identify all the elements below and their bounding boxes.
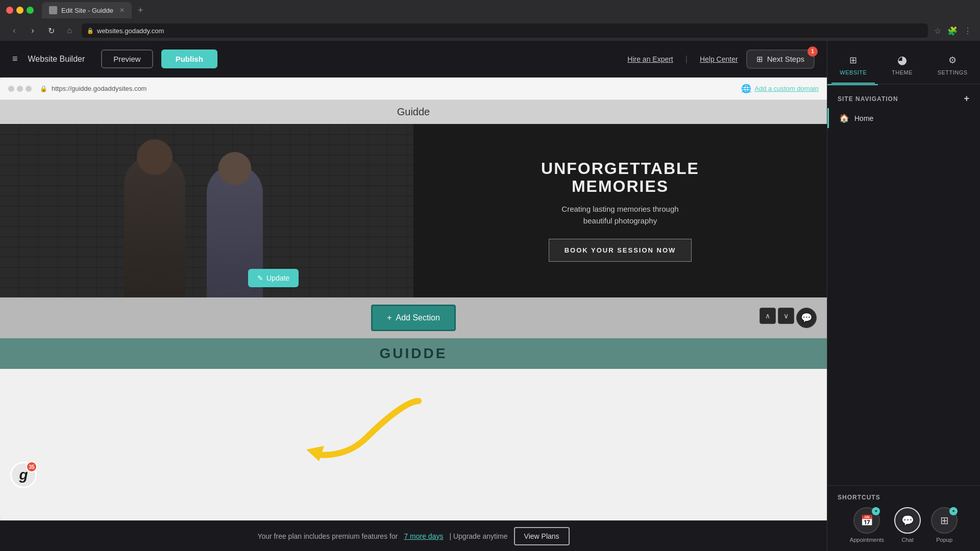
section-chat-button[interactable]: 💬 xyxy=(796,308,817,328)
hero-section[interactable]: UNFORGETTABLE MEMORIES Creating lasting … xyxy=(0,124,827,297)
forward-button[interactable]: › xyxy=(27,26,39,35)
site-title-text: Guidde xyxy=(397,106,430,117)
publish-button[interactable]: Publish xyxy=(161,49,217,68)
g-badge[interactable]: g 35 xyxy=(10,462,41,492)
help-center-link[interactable]: Help Center xyxy=(700,55,738,63)
hero-subtitle: Creating lasting memories throughbeautif… xyxy=(561,204,678,227)
back-button[interactable]: ‹ xyxy=(8,26,20,35)
new-tab-button[interactable]: + xyxy=(138,5,143,16)
chat-icon-circle: 💬 xyxy=(894,507,921,534)
appointments-icon-circle: 📅 + xyxy=(853,507,880,534)
panel-theme-tab[interactable]: ◕ THEME xyxy=(884,49,921,80)
tab-favicon xyxy=(49,6,57,14)
banner-text: Your free plan includes premium features… xyxy=(257,532,398,540)
bottom-banner: Your free plan includes premium features… xyxy=(0,520,827,551)
close-button[interactable] xyxy=(6,7,13,14)
hamburger-menu-icon[interactable]: ≡ xyxy=(12,54,18,64)
next-steps-badge: 1 xyxy=(807,46,818,57)
website-tab-label: WEBSITE xyxy=(840,69,867,76)
top-toolbar: ≡ Website Builder Preview Publish Hire a… xyxy=(0,41,827,78)
theme-tab-label: THEME xyxy=(892,69,913,76)
home-nav-icon: 🏠 xyxy=(839,113,849,123)
home-button[interactable]: ⌂ xyxy=(63,26,76,35)
next-steps-button[interactable]: ⊞ Next Steps 1 xyxy=(746,49,815,69)
globe-icon: 🌐 xyxy=(741,84,751,93)
maximize-button[interactable] xyxy=(27,7,34,14)
hero-photo xyxy=(0,124,413,297)
browser-chrome: Edit Site - Guidde ✕ + ‹ › ↻ ⌂ 🔒 website… xyxy=(0,0,980,41)
person-1-silhouette xyxy=(124,155,185,297)
mini-tl-1 xyxy=(8,86,14,92)
theme-icon: ◕ xyxy=(895,53,910,67)
add-section-button[interactable]: + Add Section xyxy=(371,305,456,331)
chat-icon: 💬 xyxy=(901,514,914,527)
site-nav-label: SITE NAVIGATION xyxy=(838,95,898,103)
active-tab[interactable]: Edit Site - Guidde ✕ xyxy=(42,2,132,18)
panel-settings-tab[interactable]: ⚙ SETTINGS xyxy=(929,49,976,80)
hero-content: UNFORGETTABLE MEMORIES Creating lasting … xyxy=(413,124,827,297)
hero-cta-button[interactable]: BOOK YOUR SESSION NOW xyxy=(549,239,692,262)
app-container: ≡ Website Builder Preview Publish Hire a… xyxy=(0,41,980,551)
extensions-icon[interactable]: 🧩 xyxy=(947,26,958,36)
section-down-button[interactable]: ∨ xyxy=(778,308,794,324)
reload-button[interactable]: ↻ xyxy=(45,26,57,36)
update-icon: ✎ xyxy=(257,274,263,282)
section-controls: ∧ ∨ 💬 xyxy=(760,308,817,328)
mini-tl-2 xyxy=(17,86,23,92)
browser-actions: ☆ 🧩 ⋮ xyxy=(934,26,972,36)
preview-browser-bar: 🔒 https://guidde.godaddysites.com 🌐 Add … xyxy=(0,78,827,100)
appointments-badge: + xyxy=(872,507,880,515)
next-steps-label: Next Steps xyxy=(767,55,804,63)
mini-tl-3 xyxy=(26,86,32,92)
site-title-bar: Guidde xyxy=(0,100,827,124)
bookmark-icon[interactable]: ☆ xyxy=(934,26,941,36)
banner-separator: | Upgrade anytime xyxy=(449,532,507,540)
preview-area: 🔒 https://guidde.godaddysites.com 🌐 Add … xyxy=(0,78,827,520)
update-button[interactable]: ✎ Update xyxy=(248,269,299,287)
popup-icon: ⊞ xyxy=(940,514,949,527)
tab-title: Edit Site - Guidde xyxy=(61,7,113,14)
hire-expert-link[interactable]: Hire an Expert xyxy=(627,55,673,63)
lock-icon: 🔒 xyxy=(87,28,94,34)
next-steps-icon: ⊞ xyxy=(756,55,763,64)
minimize-button[interactable] xyxy=(16,7,23,14)
traffic-lights xyxy=(6,7,34,14)
settings-tab-label: SETTINGS xyxy=(938,69,968,76)
popup-badge: + xyxy=(949,507,958,515)
nav-item-home[interactable]: 🏠 Home xyxy=(827,108,980,128)
shortcuts-icons: 📅 + Appointments 💬 Chat ⊞ + P xyxy=(838,507,970,543)
menu-icon[interactable]: ⋮ xyxy=(964,26,972,36)
site-navigation-header: SITE NAVIGATION + xyxy=(827,85,980,108)
chat-label: Chat xyxy=(902,537,914,543)
chat-shortcut[interactable]: 💬 Chat xyxy=(894,507,921,543)
add-custom-domain-label: Add a custom domain xyxy=(754,85,819,92)
right-panel-icons: ⊞ WEBSITE ◕ THEME ⚙ SETTINGS xyxy=(827,41,980,84)
update-label: Update xyxy=(266,274,289,282)
g-badge-circle: g 35 xyxy=(10,462,37,488)
panel-website-tab[interactable]: ⊞ WEBSITE xyxy=(831,49,875,80)
preview-button[interactable]: Preview xyxy=(101,49,153,68)
tab-close-icon[interactable]: ✕ xyxy=(119,7,125,14)
add-section-area: + Add Section ∧ ∨ 💬 xyxy=(0,297,827,338)
mini-traffic-lights xyxy=(8,86,32,92)
preview-url-text: https://guidde.godaddysites.com xyxy=(52,85,146,92)
appointments-shortcut[interactable]: 📅 + Appointments xyxy=(850,507,884,543)
days-link[interactable]: 7 more days xyxy=(404,532,443,540)
popup-shortcut[interactable]: ⊞ + Popup xyxy=(931,507,958,543)
view-plans-button[interactable]: View Plans xyxy=(514,527,570,545)
popup-icon-circle: ⊞ + xyxy=(931,507,958,534)
guidde-footer-text: GUIDDE xyxy=(380,345,448,362)
g-badge-count: 35 xyxy=(26,461,37,472)
url-bar[interactable]: 🔒 websites.godaddy.com xyxy=(82,23,928,38)
right-panel: ⊞ WEBSITE ◕ THEME ⚙ SETTINGS SITE NAVIGA… xyxy=(827,41,980,551)
website-icon: ⊞ xyxy=(846,53,861,67)
section-up-button[interactable]: ∧ xyxy=(760,308,776,324)
appointments-label: Appointments xyxy=(850,537,884,543)
mini-lock-icon: 🔒 xyxy=(40,85,47,92)
home-nav-label: Home xyxy=(854,114,873,122)
site-nav-add-icon[interactable]: + xyxy=(964,93,970,104)
shortcuts-section: SHORTCUTS 📅 + Appointments 💬 Chat xyxy=(827,485,980,551)
settings-icon: ⚙ xyxy=(945,53,960,67)
add-custom-domain-button[interactable]: 🌐 Add a custom domain xyxy=(741,84,819,93)
browser-tabs: Edit Site - Guidde ✕ + xyxy=(0,0,980,20)
